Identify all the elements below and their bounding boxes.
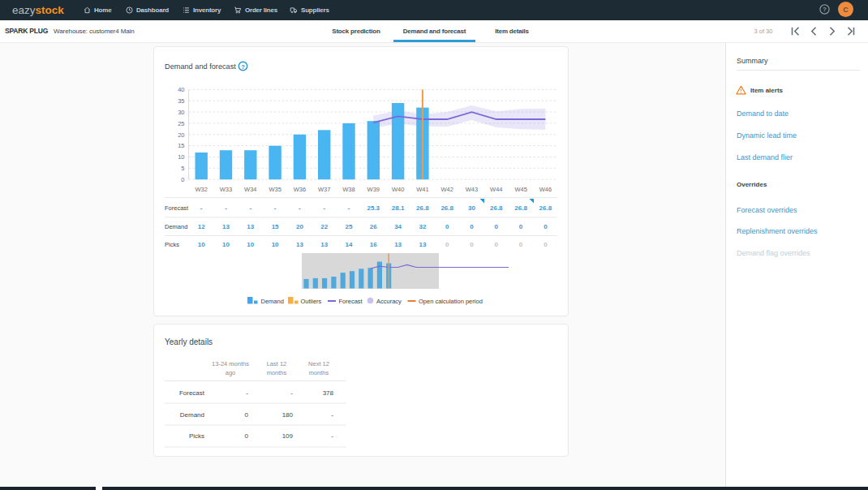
svg-text:10: 10 (198, 241, 205, 248)
svg-text:0: 0 (495, 223, 499, 230)
svg-text:13: 13 (247, 223, 254, 230)
svg-text:20: 20 (296, 223, 303, 230)
svg-text:10: 10 (272, 241, 279, 248)
svg-text:months: months (309, 369, 329, 376)
svg-text:Accuracy: Accuracy (376, 298, 402, 305)
svg-text:W37: W37 (318, 186, 330, 193)
svg-text:W39: W39 (367, 186, 380, 193)
svg-text:22: 22 (320, 223, 328, 230)
svg-text:W40: W40 (392, 186, 404, 193)
svg-text:-: - (348, 204, 350, 212)
svg-text:5: 5 (181, 165, 184, 172)
svg-text:13: 13 (419, 241, 426, 248)
svg-text:25: 25 (346, 223, 353, 230)
svg-text:W43: W43 (466, 186, 478, 193)
svg-text:0: 0 (245, 411, 249, 419)
svg-text:?: ? (823, 6, 827, 13)
svg-text:Demand: Demand (165, 223, 187, 230)
svg-text:-: - (299, 204, 301, 212)
svg-text:-: - (200, 204, 203, 212)
svg-text:0: 0 (470, 241, 474, 248)
svg-text:Last 12: Last 12 (267, 360, 287, 368)
svg-text:0: 0 (470, 223, 474, 230)
svg-text:180: 180 (282, 411, 294, 419)
svg-text:35: 35 (178, 97, 184, 105)
svg-text:?: ? (241, 63, 245, 71)
svg-text:25: 25 (178, 120, 184, 127)
svg-text:13: 13 (394, 241, 402, 248)
svg-text:26.8: 26.8 (416, 204, 429, 212)
svg-text:W35: W35 (269, 186, 281, 193)
svg-text:Demand: Demand (180, 411, 204, 419)
svg-text:ago: ago (226, 369, 236, 376)
svg-text:10: 10 (178, 153, 184, 161)
svg-text:0: 0 (181, 176, 184, 183)
svg-text:Yearly details: Yearly details (165, 337, 213, 346)
svg-text:Next 12: Next 12 (308, 360, 329, 368)
svg-text:34: 34 (394, 223, 402, 230)
svg-text:26.8: 26.8 (539, 204, 552, 212)
svg-text:26.8: 26.8 (440, 204, 453, 212)
svg-text:W42: W42 (440, 186, 453, 193)
svg-text:-: - (249, 204, 251, 212)
svg-text:months: months (267, 369, 287, 376)
svg-text:Forecast: Forecast (165, 204, 189, 212)
svg-text:14: 14 (346, 241, 353, 248)
svg-text:-: - (323, 204, 325, 212)
svg-text:0: 0 (245, 432, 249, 440)
svg-text:Picks: Picks (165, 241, 179, 248)
svg-text:Picks: Picks (189, 432, 204, 440)
svg-text:Forecast: Forecast (179, 389, 205, 397)
svg-text:-: - (331, 432, 333, 440)
svg-text:0: 0 (519, 223, 523, 230)
svg-text:28.1: 28.1 (392, 204, 405, 212)
svg-text:13: 13 (222, 223, 230, 230)
svg-text:W34: W34 (244, 186, 256, 193)
svg-text:0: 0 (519, 241, 523, 248)
svg-text:W33: W33 (220, 186, 232, 193)
svg-text:Demand: Demand (261, 298, 284, 305)
svg-text:W32: W32 (195, 186, 207, 193)
svg-text:-: - (274, 204, 277, 212)
svg-text:15: 15 (272, 223, 279, 230)
svg-text:W38: W38 (342, 186, 355, 193)
svg-text:13: 13 (320, 241, 328, 248)
svg-text:W46: W46 (539, 186, 552, 193)
svg-text:Demand and forecast: Demand and forecast (165, 62, 236, 71)
svg-text:-: - (246, 389, 248, 397)
svg-text:30: 30 (178, 109, 184, 116)
svg-text:20: 20 (178, 131, 184, 139)
svg-text:W45: W45 (514, 186, 526, 193)
svg-text:109: 109 (282, 432, 294, 440)
svg-text:25.3: 25.3 (367, 204, 380, 212)
svg-text:40: 40 (178, 86, 184, 93)
svg-text:378: 378 (323, 389, 334, 397)
svg-text:W36: W36 (294, 186, 306, 193)
svg-text:10: 10 (247, 241, 254, 248)
svg-text:W41: W41 (416, 186, 428, 193)
svg-text:Open calculation period: Open calculation period (419, 298, 483, 305)
svg-text:Forecast: Forecast (339, 298, 363, 305)
svg-text:0: 0 (544, 241, 548, 248)
svg-text:0: 0 (445, 223, 449, 230)
svg-text:Outliers: Outliers (301, 298, 322, 305)
svg-text:-: - (331, 411, 333, 419)
svg-text:0: 0 (544, 223, 548, 230)
svg-text:26: 26 (370, 223, 377, 230)
svg-text:12: 12 (198, 223, 205, 230)
svg-text:15: 15 (178, 142, 184, 149)
svg-text:10: 10 (222, 241, 230, 248)
svg-text:16: 16 (370, 241, 377, 248)
svg-text:30: 30 (468, 204, 475, 212)
svg-text:13: 13 (296, 241, 303, 248)
svg-text:W44: W44 (490, 186, 502, 193)
svg-text:0: 0 (495, 241, 499, 248)
svg-text:26.8: 26.8 (514, 204, 527, 212)
svg-text:-: - (225, 204, 227, 212)
svg-text:-: - (290, 389, 293, 397)
svg-text:32: 32 (419, 223, 426, 230)
svg-text:0: 0 (445, 241, 449, 248)
svg-text:26.8: 26.8 (490, 204, 503, 212)
svg-text:13-24 months: 13-24 months (212, 360, 249, 368)
